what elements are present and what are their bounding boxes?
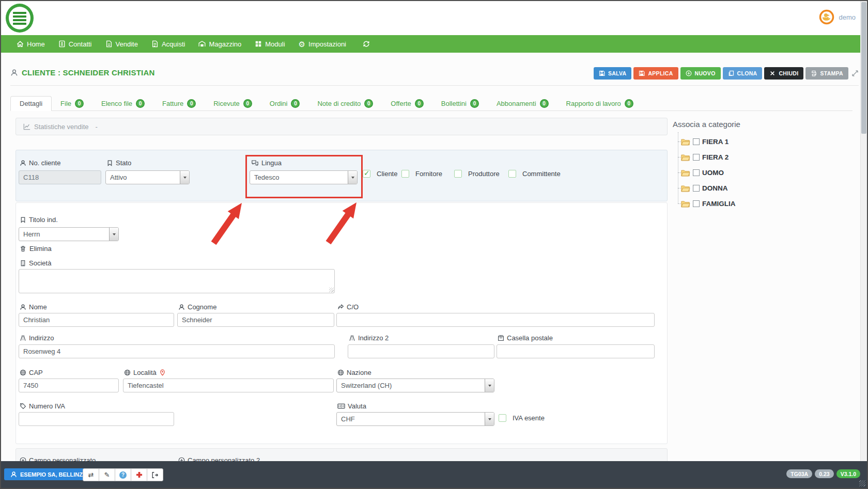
category-item-famiglia[interactable]: FAMIGLIA bbox=[681, 198, 736, 209]
nazione-select[interactable]: Switzerland (CH) bbox=[336, 378, 494, 392]
edit-button[interactable]: ✎ bbox=[99, 468, 115, 481]
cap-input[interactable] bbox=[19, 378, 119, 392]
cognome-label: Cognome bbox=[178, 303, 216, 311]
valuta-label: Valuta bbox=[337, 402, 366, 410]
swiss-button[interactable] bbox=[131, 468, 147, 481]
select-arrow-button[interactable] bbox=[109, 228, 118, 241]
category-checkbox[interactable] bbox=[693, 185, 700, 192]
tab-ordini[interactable]: Ordini0 bbox=[261, 96, 309, 111]
category-item-uomo[interactable]: UOMO bbox=[681, 167, 724, 178]
committente-checkbox[interactable] bbox=[508, 170, 516, 178]
casella-input[interactable] bbox=[497, 344, 655, 358]
category-checkbox[interactable] bbox=[693, 138, 700, 145]
nav-item-impostazioni[interactable]: ⚙ Impostazioni bbox=[292, 35, 353, 53]
money-icon bbox=[337, 403, 345, 409]
tab-rapporto-di-lavoro[interactable]: Rapporto di lavoro0 bbox=[557, 96, 642, 111]
building-icon bbox=[20, 260, 26, 266]
produttore-checkbox[interactable] bbox=[454, 170, 462, 178]
nome-input[interactable] bbox=[19, 313, 174, 327]
category-checkbox[interactable] bbox=[693, 200, 700, 207]
vertical-scrollbar[interactable] bbox=[860, 1, 867, 463]
category-checkbox[interactable] bbox=[693, 154, 700, 161]
nav-item-contatti[interactable]: Contatti bbox=[52, 35, 99, 53]
salva-button[interactable]: SALVA bbox=[594, 67, 632, 80]
flag-label: Fornitore bbox=[415, 170, 442, 178]
localita-label: Località bbox=[124, 369, 166, 376]
valuta-select[interactable]: CHF bbox=[336, 412, 494, 426]
select-arrow-button[interactable] bbox=[180, 171, 189, 184]
cliente-checkbox[interactable] bbox=[363, 170, 370, 178]
nav-item-acquisti[interactable]: Acquisti bbox=[145, 35, 192, 53]
chart-icon bbox=[23, 123, 30, 130]
applica-button[interactable]: APPLICA bbox=[633, 67, 678, 80]
road-icon bbox=[349, 335, 355, 341]
clone-icon bbox=[728, 70, 734, 76]
select-arrow-button[interactable] bbox=[485, 379, 494, 392]
tab-dettagli[interactable]: Dettagli bbox=[10, 96, 52, 111]
action-toolbar: SALVA APPLICA NUOVO CLONA CHIUDI STAMPA bbox=[594, 67, 848, 80]
stato-select[interactable]: Attivo bbox=[105, 170, 190, 184]
clona-button[interactable]: CLONA bbox=[723, 67, 763, 80]
app-logo-icon bbox=[6, 4, 34, 33]
tab-bollettini[interactable]: Bollettini0 bbox=[432, 96, 488, 111]
page-title: CLIENTE : SCHNEIDER CHRISTIAN bbox=[22, 68, 154, 77]
casella-label: Casella postale bbox=[498, 334, 553, 342]
category-label: FAMIGLIA bbox=[702, 200, 736, 208]
indirizzo-input[interactable] bbox=[19, 344, 335, 358]
nav-label: Moduli bbox=[265, 40, 285, 48]
no-cliente-input[interactable] bbox=[19, 170, 101, 184]
map-marker-icon[interactable] bbox=[159, 369, 166, 376]
nazione-value: Switzerland (CH) bbox=[337, 382, 485, 389]
select-arrow-button[interactable] bbox=[348, 171, 357, 184]
tab-elenco-file[interactable]: Elenco file0 bbox=[92, 96, 153, 111]
nav-item-magazzino[interactable]: Magazzino bbox=[192, 35, 248, 53]
nav-item-moduli[interactable]: Moduli bbox=[248, 35, 291, 53]
stampa-button[interactable]: STAMPA bbox=[805, 67, 848, 80]
expand-icon[interactable] bbox=[851, 70, 859, 77]
person-icon bbox=[178, 304, 185, 310]
nav-label: Vendite bbox=[116, 40, 138, 48]
numero-iva-input[interactable] bbox=[19, 412, 174, 426]
co-input[interactable] bbox=[336, 313, 655, 327]
footer-tools: ⇄ ✎ ? bbox=[83, 468, 163, 481]
user-menu[interactable]: demo bbox=[819, 9, 856, 25]
nav-item-vendite[interactable]: Vendite bbox=[99, 35, 145, 53]
select-arrow-button[interactable] bbox=[485, 413, 494, 425]
trash-icon bbox=[20, 245, 26, 252]
person-icon bbox=[10, 471, 17, 478]
nuovo-button[interactable]: NUOVO bbox=[680, 67, 721, 80]
tab-fatture[interactable]: Fatture0 bbox=[153, 96, 205, 111]
tab-ricevute[interactable]: Ricevute0 bbox=[205, 96, 261, 111]
indirizzo2-input[interactable] bbox=[348, 344, 494, 358]
elimina-button[interactable]: Elimina bbox=[20, 245, 52, 253]
help-button[interactable]: ? bbox=[115, 468, 131, 481]
resize-handle[interactable] bbox=[859, 480, 865, 486]
titolo-select[interactable]: Herrn bbox=[19, 227, 119, 241]
tab-offerte[interactable]: Offerte0 bbox=[382, 96, 432, 111]
exchange-button[interactable]: ⇄ bbox=[83, 468, 99, 481]
nav-item-home[interactable]: Home bbox=[10, 35, 52, 53]
tree-line bbox=[678, 132, 678, 203]
folder-icon bbox=[681, 169, 690, 177]
nav-refresh-button[interactable] bbox=[356, 35, 377, 53]
tab-abbonamenti[interactable]: Abbonamenti0 bbox=[488, 96, 557, 111]
nav-label: Contatti bbox=[69, 40, 92, 48]
category-checkbox[interactable] bbox=[693, 169, 700, 176]
category-item-donna[interactable]: DONNA bbox=[681, 183, 728, 193]
collapse-toggle[interactable]: - bbox=[96, 123, 98, 131]
tab-note-di-credito[interactable]: Note di credito0 bbox=[308, 96, 382, 111]
cognome-input[interactable] bbox=[177, 313, 334, 327]
category-item-fiera-1[interactable]: FIERA 1 bbox=[681, 136, 729, 147]
lingua-select[interactable]: Tedesco bbox=[250, 170, 358, 184]
iva-esente-checkbox[interactable] bbox=[499, 414, 506, 422]
share-arrow-icon bbox=[337, 304, 344, 310]
localita-input[interactable] bbox=[123, 378, 334, 392]
scrollbar-thumb[interactable] bbox=[861, 2, 866, 134]
tab-file[interactable]: File0 bbox=[52, 96, 92, 111]
logout-button[interactable] bbox=[147, 468, 163, 481]
chiudi-button[interactable]: CHIUDI bbox=[764, 67, 803, 80]
fornitore-checkbox[interactable] bbox=[401, 170, 409, 178]
societa-textarea[interactable] bbox=[19, 269, 335, 293]
textarea-resize-grip[interactable] bbox=[329, 288, 334, 292]
category-item-fiera-2[interactable]: FIERA 2 bbox=[681, 152, 729, 162]
